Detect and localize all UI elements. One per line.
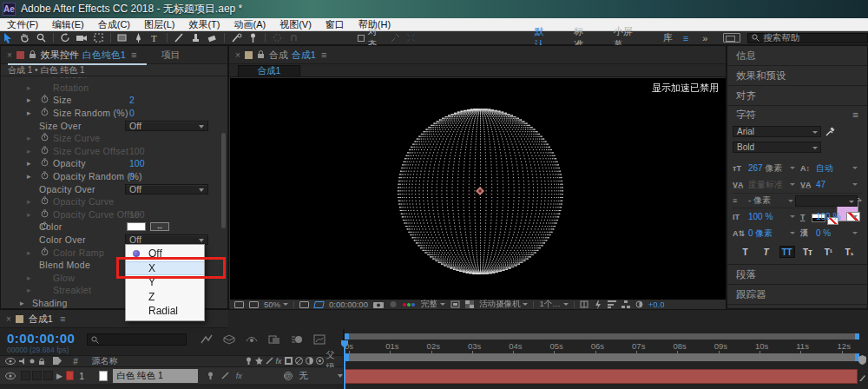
- effect-property-row[interactable]: ▸ Opacity Random (%) 0 0 ↔: [1, 170, 222, 183]
- roto-brush-tool-icon[interactable]: [229, 32, 244, 44]
- effect-property-row[interactable]: ▸ Size Random (%) 0 0 ↔: [1, 107, 222, 120]
- stopwatch-icon[interactable]: [41, 95, 49, 105]
- sidebar-section-header[interactable]: 段落: [727, 265, 867, 285]
- layer-switches[interactable]: fx: [207, 372, 284, 380]
- draft-3d-icon[interactable]: [223, 334, 235, 345]
- lock-icon[interactable]: [257, 50, 265, 59]
- panel-drag-icon[interactable]: [16, 315, 23, 323]
- text-tool-icon[interactable]: T: [148, 32, 162, 44]
- stopwatch-icon[interactable]: [41, 171, 49, 181]
- show-channels-icon[interactable]: [403, 303, 416, 307]
- reset-exposure-icon[interactable]: [635, 300, 643, 308]
- fast-preview-icon[interactable]: [594, 300, 602, 309]
- baseline-shift-field[interactable]: A⇅0 像素: [733, 225, 800, 241]
- horizontal-scale-field[interactable]: T100 %: [800, 208, 863, 225]
- menu-item[interactable]: 编辑(E): [45, 18, 91, 31]
- font-size-field[interactable]: ᴛT267 像素: [733, 160, 800, 176]
- menu-item[interactable]: 效果(T): [181, 18, 227, 31]
- stopwatch-icon[interactable]: [41, 196, 49, 207]
- twirl-icon[interactable]: ▸: [27, 172, 31, 181]
- dropdown-option[interactable]: Z: [126, 290, 204, 305]
- stroke-style-dropdown[interactable]: [795, 195, 858, 207]
- panel-drag-icon[interactable]: [16, 51, 24, 59]
- faux-style-button[interactable]: Tᴛ: [800, 246, 816, 258]
- stopwatch-icon[interactable]: [41, 146, 49, 156]
- close-icon[interactable]: ×: [235, 50, 240, 60]
- property-value[interactable]: 2: [129, 95, 135, 105]
- menu-item[interactable]: 合成(C): [91, 18, 137, 31]
- layer-name[interactable]: 白色 纯色 1: [113, 369, 198, 383]
- menu-item[interactable]: 动画(A): [227, 18, 273, 31]
- effect-property-row[interactable]: ▸ Opacity Over Off Off ↔: [1, 182, 222, 195]
- scrollbar[interactable]: [221, 133, 226, 228]
- composition-mini-flowchart-icon[interactable]: [201, 334, 213, 345]
- current-time-display[interactable]: 0:00:00:00 00000 (29.684 fps): [7, 331, 75, 354]
- mask-visibility-icon[interactable]: [313, 301, 325, 308]
- close-icon[interactable]: ×: [6, 314, 11, 324]
- parent-pickwhip-and-dropdown[interactable]: @ 无: [284, 370, 344, 382]
- pen-tool-icon[interactable]: [131, 32, 146, 44]
- help-search-input[interactable]: 搜索帮助: [747, 33, 868, 43]
- timeline-button-icon[interactable]: [608, 300, 616, 308]
- twirl-icon[interactable]: ▸: [27, 96, 31, 104]
- stopwatch-icon[interactable]: [41, 108, 49, 118]
- vertical-scale-field[interactable]: IT100 %: [733, 208, 800, 225]
- menu-item[interactable]: 视图(V): [273, 18, 319, 31]
- pixel-aspect-icon[interactable]: [580, 300, 589, 308]
- sidebar-section-header[interactable]: 信息: [727, 46, 867, 66]
- workspace-switcher-icon[interactable]: [723, 33, 740, 43]
- property-dropdown[interactable]: Off: [125, 184, 208, 194]
- hide-shy-icon[interactable]: [246, 334, 258, 345]
- preview-timecode[interactable]: 0:00:00:00: [329, 300, 368, 309]
- navigator-start-handle[interactable]: [345, 333, 349, 340]
- transparency-grid-icon[interactable]: [465, 300, 474, 308]
- layer-video-icon[interactable]: [5, 373, 16, 379]
- sidebar-section-header[interactable]: 跟踪器: [727, 285, 867, 305]
- tracking-field[interactable]: V̲A̲47: [800, 176, 863, 193]
- faux-style-button[interactable]: TT: [779, 246, 795, 258]
- effect-property-row[interactable]: ▸ Rotation ↔: [1, 82, 222, 95]
- snap-checkbox[interactable]: [358, 35, 365, 42]
- motion-blur-icon[interactable]: [291, 334, 303, 345]
- faux-style-button[interactable]: T₁: [842, 246, 858, 258]
- layer-twirl-icon[interactable]: ▶: [56, 372, 62, 380]
- property-value[interactable]: 100: [129, 146, 145, 156]
- twirl-icon[interactable]: ▸: [27, 159, 31, 168]
- stopwatch-icon[interactable]: [41, 247, 49, 258]
- stopwatch-icon[interactable]: [41, 209, 49, 220]
- monitor-icon[interactable]: [249, 301, 259, 308]
- rotation-tool-icon[interactable]: [58, 32, 73, 44]
- audio-cell[interactable]: [21, 371, 30, 380]
- time-ruler[interactable]: 0s 01s 02s 03s 04s 05s 06s 07s 08s 09s 1…: [345, 341, 859, 353]
- navigator-end-handle[interactable]: [855, 333, 859, 340]
- effect-property-row[interactable]: ▸ Opacity 100 100 ↔: [1, 157, 222, 170]
- sidebar-section-header[interactable]: 对齐: [727, 86, 867, 106]
- twirl-icon[interactable]: ▸: [27, 286, 31, 294]
- twirl-icon[interactable]: ▸: [27, 147, 31, 155]
- twirl-icon[interactable]: ▸: [27, 274, 31, 282]
- panel-menu-icon[interactable]: ≡: [131, 49, 136, 60]
- brush-tool-icon[interactable]: [172, 32, 187, 44]
- lock-cell[interactable]: [43, 371, 53, 380]
- timeline-tab[interactable]: 合成1: [29, 313, 53, 326]
- twirl-icon[interactable]: ▸: [27, 77, 31, 79]
- video-column-icon[interactable]: [5, 358, 16, 365]
- audio-column-icon[interactable]: [19, 358, 26, 365]
- composition-viewport[interactable]: 显示加速已禁用: [230, 78, 726, 300]
- property-value[interactable]: 100: [129, 209, 145, 220]
- eraser-tool-icon[interactable]: [205, 32, 220, 44]
- source-name-column[interactable]: 源名称: [92, 355, 245, 367]
- selection-tool-icon[interactable]: [1, 32, 16, 44]
- property-dropdown[interactable]: Off: [125, 121, 208, 131]
- shape-tool-icon[interactable]: [115, 32, 130, 44]
- character-panel-header[interactable]: 字符 ≡: [727, 106, 867, 123]
- switches-column-icons[interactable]: fx: [245, 357, 326, 366]
- workspace-menu-icon[interactable]: ≡: [683, 33, 688, 43]
- color-swatch[interactable]: [127, 222, 146, 231]
- workspace-tab[interactable]: 库: [663, 31, 673, 44]
- property-value[interactable]: 0: [129, 171, 135, 181]
- leading-field[interactable]: A↕自动: [800, 160, 863, 176]
- dropdown-option[interactable]: Radial: [126, 304, 204, 319]
- panel-menu-icon[interactable]: ≡: [321, 49, 326, 60]
- tab-project[interactable]: 项目: [161, 49, 180, 62]
